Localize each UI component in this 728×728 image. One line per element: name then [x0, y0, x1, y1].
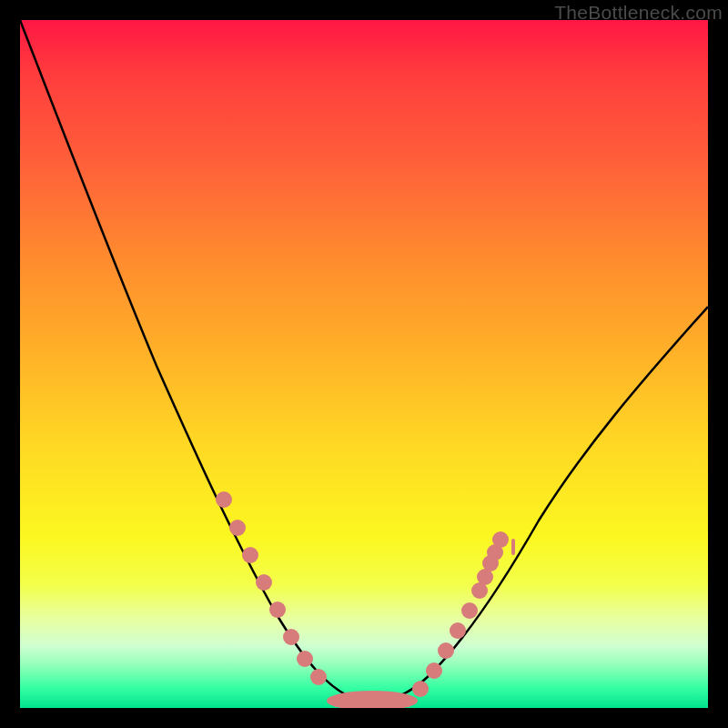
svg-point-11: [438, 642, 454, 659]
chart-svg: [20, 20, 708, 708]
svg-point-7: [310, 669, 327, 685]
svg-point-4: [269, 602, 286, 618]
svg-point-2: [242, 547, 258, 563]
watermark-text: TheBottleneck.com: [554, 2, 723, 24]
svg-point-9: [412, 681, 429, 697]
svg-point-6: [297, 651, 313, 667]
plot-area: [20, 20, 708, 708]
svg-rect-19: [511, 539, 515, 555]
svg-point-1: [229, 520, 246, 536]
svg-point-18: [492, 531, 509, 548]
bottleneck-curve: [20, 20, 708, 702]
svg-point-5: [283, 629, 299, 645]
svg-point-0: [216, 491, 232, 508]
svg-point-3: [256, 574, 272, 591]
chart-container: TheBottleneck.com: [0, 0, 728, 728]
marker-group: [216, 491, 515, 708]
svg-point-10: [426, 662, 442, 679]
svg-point-13: [461, 602, 478, 619]
svg-point-12: [450, 622, 466, 639]
